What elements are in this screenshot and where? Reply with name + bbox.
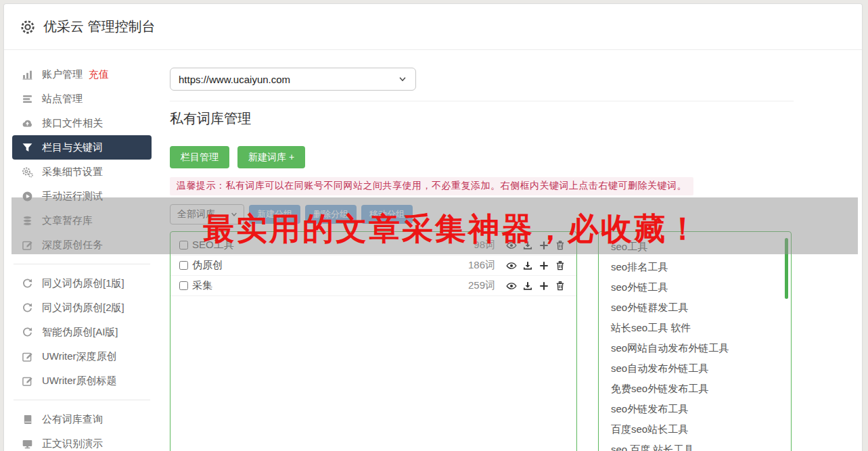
table-row: 采集 259词	[170, 276, 576, 296]
delete-lexicon-button[interactable]	[552, 279, 568, 293]
row-checkbox[interactable]	[179, 261, 188, 270]
sidebar-item-public-lexicon-query[interactable]: 公有词库查询	[12, 407, 152, 431]
trash-icon	[555, 240, 566, 251]
download-icon	[522, 260, 533, 271]
lexicon-name: SEO工具	[192, 239, 474, 252]
sidebar-item-label: 采集细节设置	[42, 166, 103, 179]
new-lexicon-button[interactable]: 新建词库 +	[237, 146, 305, 168]
download-icon	[522, 281, 533, 291]
add-words-button[interactable]	[536, 258, 552, 273]
sidebar-item-ai-pseudo[interactable]: 智能伪原创[AI版]	[12, 320, 152, 344]
site-select[interactable]: https://www.ucaiyun.com	[170, 68, 416, 91]
sidebar-item-synonym-pseudo-v1[interactable]: 同义词伪原创[1版]	[12, 271, 152, 295]
download-words-button[interactable]	[520, 238, 536, 253]
sidebar-item-synonym-pseudo-v2[interactable]: 同义词伪原创[2版]	[12, 295, 152, 320]
keyword-item[interactable]: 百度seo站长工具	[599, 419, 791, 440]
keyword-item[interactable]: seo外链发布工具	[599, 399, 791, 419]
view-words-button[interactable]	[503, 279, 520, 293]
refresh-icon	[22, 278, 33, 289]
row-checkbox[interactable]	[179, 241, 188, 250]
main-window: 优采云 管理控制台 账户管理 充值 站点管理 接口文件相关 栏目与关键词 采集细…	[3, 3, 863, 451]
plus-icon	[539, 240, 549, 251]
column-manage-button[interactable]: 栏目管理	[170, 146, 229, 168]
lexicon-filter-select[interactable]: 全部词库	[170, 204, 244, 224]
edit-icon	[22, 351, 33, 362]
plus-icon	[539, 281, 549, 291]
lexicon-name: 伪原创	[192, 259, 468, 272]
move-group-button[interactable]: 移动分组	[361, 205, 413, 224]
keyword-item[interactable]: seo自动发布外链工具	[599, 358, 791, 379]
sidebar-item-label: 正文识别演示	[42, 437, 103, 450]
word-count: 259词	[468, 279, 495, 292]
sidebar-item-collect-settings[interactable]: 采集细节设置	[12, 160, 152, 184]
chevron-down-icon	[398, 74, 407, 84]
refresh-icon	[22, 327, 33, 338]
keyword-item[interactable]: seo网站自动发布外链工具	[599, 338, 791, 358]
monitor-icon	[22, 438, 33, 450]
sidebar-item-label: 站点管理	[42, 93, 83, 105]
lexicon-name: 采集	[192, 279, 468, 292]
view-words-button[interactable]	[503, 258, 520, 273]
sidebar-item-label: 公有词库查询	[42, 413, 103, 426]
sidebar-item-account-manage[interactable]: 账户管理 充值	[12, 62, 152, 87]
sidebar-divider	[14, 264, 150, 264]
bar-chart-icon	[22, 69, 33, 80]
view-words-button[interactable]	[503, 238, 520, 253]
gears-icon	[22, 166, 33, 178]
sidebar-item-api-files[interactable]: 接口文件相关	[12, 111, 152, 135]
sidebar-item-label: 接口文件相关	[42, 117, 103, 130]
sidebar-item-label: 智能伪原创[AI版]	[42, 326, 118, 339]
refresh-icon	[22, 302, 33, 314]
keyword-panel: seo工具 seo排名工具 seo外链工具 seo外链群发工具 站长seo工具 …	[598, 231, 792, 451]
keyword-item[interactable]: seo外链群发工具	[599, 298, 791, 318]
app-title: 优采云 管理控制台	[43, 18, 156, 36]
sidebar-item-deep-original-task[interactable]: 深度原创任务	[12, 233, 152, 257]
group-toolbar: 全部词库 新建分组 删除分组 移动分组	[170, 204, 794, 224]
recharge-link[interactable]: 充值	[89, 68, 109, 81]
eye-icon	[506, 260, 517, 271]
sidebar-item-article-temp-store[interactable]: 文章暂存库	[12, 208, 152, 233]
add-words-button[interactable]	[536, 238, 552, 253]
sidebar-item-columns-keywords[interactable]: 栏目与关键词	[12, 135, 152, 160]
table-row: 伪原创 186词	[170, 256, 576, 276]
keyword-item[interactable]: seo工具	[599, 237, 791, 257]
sidebar-item-content-extract-demo[interactable]: 正文识别演示	[12, 431, 152, 451]
table-row: SEO工具 98词	[170, 235, 576, 256]
sidebar-item-uwriter-original-title[interactable]: UWriter原创标题	[12, 369, 152, 393]
keyword-item[interactable]: 站长seo工具 软件	[599, 318, 791, 338]
trash-icon	[555, 281, 566, 291]
sidebar: 账户管理 充值 站点管理 接口文件相关 栏目与关键词 采集细节设置 手动运行测试…	[12, 62, 152, 451]
keyword-item[interactable]: 免费seo外链发布工具	[599, 379, 791, 399]
download-words-button[interactable]	[520, 258, 536, 273]
sidebar-item-label: 文章暂存库	[42, 214, 93, 227]
sidebar-item-label: 账户管理	[42, 68, 83, 81]
action-buttons: 栏目管理 新建词库 +	[170, 146, 794, 168]
filter-icon	[22, 142, 33, 153]
delete-group-button[interactable]: 删除分组	[305, 205, 357, 224]
new-group-button[interactable]: 新建分组	[249, 205, 300, 224]
row-checkbox[interactable]	[179, 281, 188, 290]
sidebar-item-label: 同义词伪原创[1版]	[42, 277, 124, 290]
sidebar-divider	[14, 400, 150, 400]
sidebar-item-uwriter-deep-original[interactable]: UWriter深度原创	[12, 344, 152, 369]
keyword-item[interactable]: seo排名工具	[599, 257, 791, 277]
eye-icon	[506, 281, 517, 291]
list-icon	[22, 93, 33, 105]
trash-icon	[555, 260, 566, 271]
delete-lexicon-button[interactable]	[552, 258, 568, 273]
sidebar-item-label: 手动运行测试	[42, 190, 103, 203]
page-title: 私有词库管理	[170, 110, 794, 128]
keyword-item[interactable]: seo 百度 站长工具	[599, 440, 791, 451]
sidebar-item-manual-run-test[interactable]: 手动运行测试	[12, 184, 152, 208]
chevron-down-icon	[230, 210, 238, 218]
download-words-button[interactable]	[520, 279, 536, 293]
site-select-value: https://www.ucaiyun.com	[179, 74, 290, 85]
sidebar-item-site-manage[interactable]: 站点管理	[12, 87, 152, 111]
plus-icon	[539, 260, 549, 271]
delete-lexicon-button[interactable]	[552, 238, 568, 253]
content-panels: SEO工具 98词 伪原创 186词	[170, 231, 794, 451]
word-count: 98词	[474, 239, 495, 252]
scrollbar-thumb[interactable]	[785, 238, 788, 299]
add-words-button[interactable]	[536, 279, 552, 293]
keyword-item[interactable]: seo外链工具	[599, 277, 791, 298]
